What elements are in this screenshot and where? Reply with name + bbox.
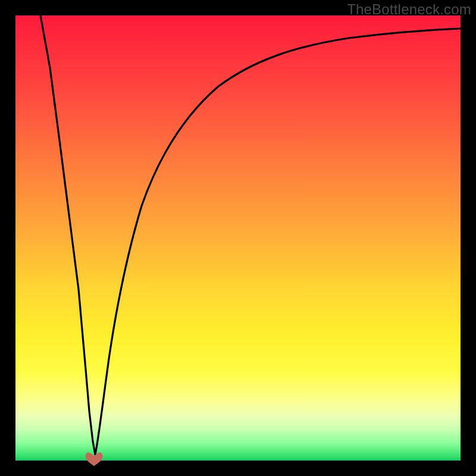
watermark-text: TheBottleneck.com: [347, 1, 471, 18]
minimum-marker: [86, 453, 102, 466]
bottleneck-curve: [15, 15, 461, 461]
curve-right-branch: [95, 29, 461, 455]
plot-area: [15, 15, 461, 461]
curve-left-branch: [40, 15, 95, 455]
chart-frame: TheBottleneck.com: [0, 0, 476, 476]
